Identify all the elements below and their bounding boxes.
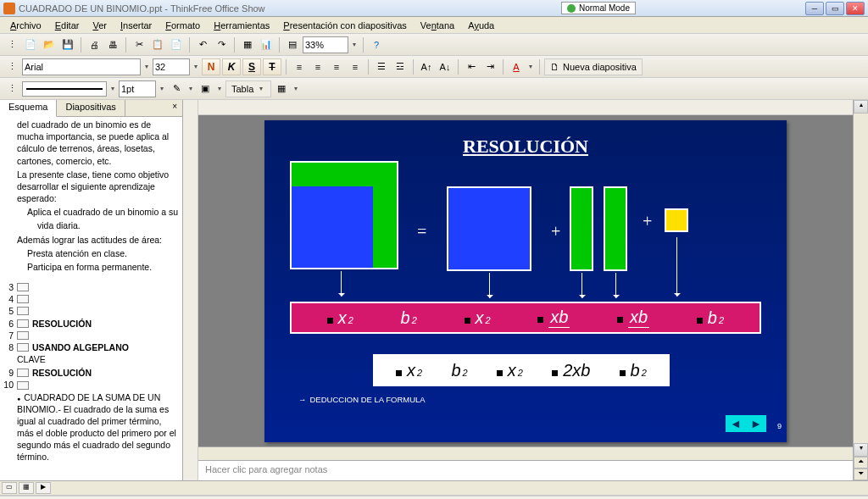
menu-formato[interactable]: Formato: [159, 19, 207, 32]
slide-thumb-icon: [17, 331, 29, 340]
minimize-button[interactable]: ─: [805, 2, 824, 15]
align-left-button[interactable]: ≡: [291, 58, 308, 75]
titlebar: CUADRADO DE UN BINOMIO.ppt - ThinkFree O…: [0, 0, 868, 17]
slide[interactable]: RESOLUCIÓN = + +: [264, 120, 787, 442]
bold-button[interactable]: N: [202, 58, 220, 75]
menu-ayuda[interactable]: Ayuda: [461, 19, 501, 32]
slide-row[interactable]: 9RESOLUCIÓN: [3, 367, 179, 379]
scroll-down-button[interactable]: ▾: [854, 443, 868, 457]
redo-button[interactable]: ↷: [213, 36, 230, 53]
next-slide-button[interactable]: ►: [746, 415, 766, 432]
outline-text: del cuadrado de un binomio es de mucha i…: [3, 119, 179, 167]
mode-label: Normal Mode: [579, 3, 630, 13]
new-slide-icon: 🗋: [550, 62, 559, 72]
grid-button[interactable]: ▤: [284, 36, 301, 53]
menu-insertar[interactable]: Insertar: [114, 19, 159, 32]
align-center-button[interactable]: ≡: [309, 58, 326, 75]
prev-slide-button[interactable]: ◄: [726, 415, 746, 432]
horizontal-scrollbar[interactable]: [198, 446, 853, 460]
slide-row[interactable]: 4: [3, 293, 179, 305]
zoom-dropdown-icon[interactable]: ▾: [350, 41, 359, 48]
slide-row[interactable]: 8USANDO ALGEPLANO: [3, 341, 179, 353]
border-button[interactable]: ▦: [273, 80, 290, 97]
handle-icon: ⋮: [3, 36, 20, 53]
print-button[interactable]: 🖶: [104, 36, 121, 53]
italic-button[interactable]: K: [222, 58, 241, 75]
help-button[interactable]: ?: [368, 36, 385, 53]
line-width-dropdown-icon[interactable]: ▾: [158, 85, 166, 92]
panel-close-button[interactable]: ×: [167, 100, 182, 116]
indent-button[interactable]: ⇥: [481, 58, 498, 75]
line-style-dropdown-icon[interactable]: ▾: [108, 85, 117, 92]
slide-row[interactable]: 5: [3, 305, 179, 317]
zoom-combo[interactable]: [303, 36, 348, 53]
strike-button[interactable]: T: [263, 58, 281, 75]
line-color-button[interactable]: ✎: [168, 80, 185, 97]
new-button[interactable]: 📄: [22, 36, 39, 53]
menu-herramientas[interactable]: Herramientas: [207, 19, 276, 32]
normal-view-button[interactable]: ▭: [2, 482, 17, 494]
font-combo[interactable]: [22, 58, 141, 75]
menu-ventana[interactable]: Ventana: [414, 19, 461, 32]
decrease-font-button[interactable]: A↓: [437, 58, 453, 75]
scroll-up-button[interactable]: ▴: [854, 100, 868, 114]
slide-canvas[interactable]: RESOLUCIÓN = + +: [198, 115, 853, 446]
notes-panel[interactable]: Hacer clic para agregar notas: [198, 460, 853, 480]
new-slide-button[interactable]: 🗋 Nueva diapositiva: [544, 58, 643, 75]
align-right-button[interactable]: ≡: [328, 58, 345, 75]
font-color-dropdown-icon[interactable]: ▾: [526, 63, 535, 70]
fontsize-combo[interactable]: [153, 58, 190, 75]
numbering-button[interactable]: ☲: [392, 58, 409, 75]
underline-button[interactable]: S: [242, 58, 261, 75]
slide-row[interactable]: 7: [3, 330, 179, 341]
slideshow-button[interactable]: ▶: [36, 482, 51, 494]
cut-button[interactable]: ✂: [131, 36, 147, 53]
menu-editar[interactable]: Editar: [48, 19, 86, 32]
undo-button[interactable]: ↶: [194, 36, 211, 53]
app-icon: [3, 3, 15, 14]
view-switcher: ▭ ▦ ▶: [0, 480, 868, 496]
line-width-combo[interactable]: [119, 80, 156, 97]
font-color-button[interactable]: A: [508, 58, 525, 75]
sorter-view-button[interactable]: ▦: [19, 482, 34, 494]
handle-icon: ⋮: [3, 58, 20, 75]
open-button[interactable]: 📂: [41, 36, 58, 53]
increase-font-button[interactable]: A↑: [418, 58, 435, 75]
arrow-icon: [341, 271, 342, 297]
next-slide-scroll[interactable]: ⏷: [854, 469, 868, 480]
size-dropdown-icon[interactable]: ▾: [192, 63, 200, 70]
print-preview-button[interactable]: 🖨: [86, 36, 103, 53]
prev-slide-scroll[interactable]: ⏶: [854, 457, 868, 469]
align-justify-button[interactable]: ≡: [347, 58, 364, 75]
table-button[interactable]: Tabla▾: [225, 80, 271, 97]
plus-symbol: +: [643, 212, 652, 231]
tab-outline[interactable]: Esquema: [0, 100, 57, 117]
slide-row[interactable]: 3: [3, 281, 179, 293]
font-dropdown-icon[interactable]: ▾: [142, 63, 151, 70]
outdent-button[interactable]: ⇤: [463, 58, 480, 75]
fill-color-button[interactable]: ▣: [197, 80, 214, 97]
workspace: Esquema Diapositivas × del cuadrado de u…: [0, 100, 868, 480]
copy-button[interactable]: 📋: [149, 36, 166, 53]
line-style-combo[interactable]: [22, 81, 107, 97]
slide-thumb-icon: [17, 343, 29, 352]
bullets-button[interactable]: ☰: [373, 58, 390, 75]
close-button[interactable]: ✕: [846, 2, 865, 15]
menu-archivo[interactable]: Archivo: [3, 19, 48, 32]
outline-bullet: CUADRADO DE LA SUMA DE UN BINOMIO.- El c…: [3, 391, 179, 463]
insert-chart-button[interactable]: 📊: [258, 36, 275, 53]
insert-table-button[interactable]: ▦: [239, 36, 256, 53]
outline-content[interactable]: del cuadrado de un binomio es de mucha i…: [0, 117, 182, 480]
slide-thumb-icon: [17, 381, 29, 390]
menu-presentacion[interactable]: Presentación con diapositivas: [276, 19, 414, 32]
shape-row: = + +: [290, 161, 761, 271]
maximize-button[interactable]: ▭: [826, 2, 844, 15]
menu-ver[interactable]: Ver: [86, 19, 114, 32]
slide-row[interactable]: 6RESOLUCIÓN: [3, 318, 179, 330]
save-button[interactable]: 💾: [59, 36, 76, 53]
vertical-scrollbar[interactable]: ▴ ▾ ⏶ ⏷: [853, 100, 868, 480]
x-square: [447, 186, 531, 271]
tab-slides[interactable]: Diapositivas: [57, 100, 125, 116]
slide-row[interactable]: 10: [3, 379, 179, 391]
paste-button[interactable]: 📄: [168, 36, 185, 53]
